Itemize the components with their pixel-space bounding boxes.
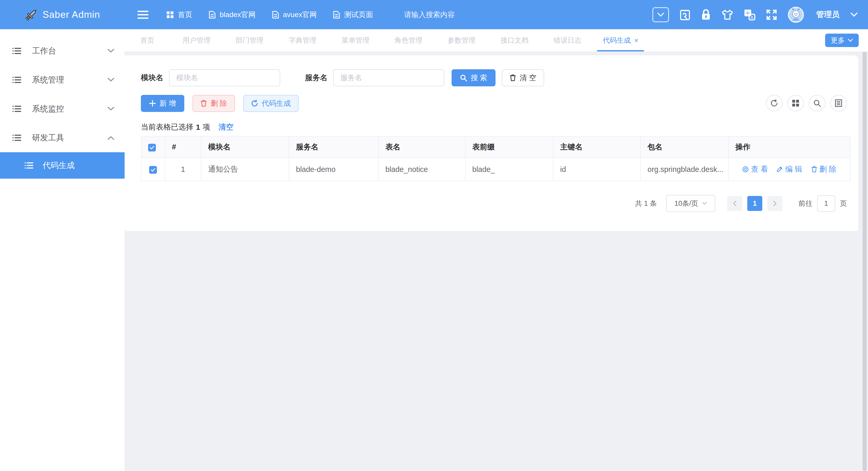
tab-api-docs[interactable]: 接口文档 (488, 29, 541, 52)
menu-list-icon (12, 134, 21, 142)
grid-view-button[interactable] (787, 95, 804, 112)
search-button[interactable]: 搜 索 (452, 69, 496, 86)
total-count: 共 1 条 (635, 199, 657, 208)
global-search-input[interactable] (404, 10, 513, 19)
header-nav-avuex[interactable]: avuex官网 (272, 10, 317, 20)
user-menu-chevron-icon[interactable] (850, 12, 858, 17)
col-package: 包名 (641, 136, 728, 158)
page-number-button[interactable]: 1 (747, 196, 762, 211)
edit-link[interactable]: 编 辑 (777, 164, 802, 175)
fullscreen-button[interactable] (766, 9, 777, 20)
user-avatar[interactable] (788, 7, 804, 23)
sidebar-item-dev-tools[interactable]: 研发工具 (0, 123, 125, 152)
sidebar-collapse-button[interactable] (137, 10, 148, 19)
theme-button[interactable] (722, 9, 733, 20)
cell-service: blade-demo (289, 158, 378, 181)
chevron-right-icon (773, 200, 777, 206)
codegen-table: # 模块名 服务名 表名 表前缀 主键名 包名 操作 (141, 136, 850, 181)
menu-list-icon (25, 162, 33, 169)
tab-role-mgmt[interactable]: 角色管理 (382, 29, 435, 52)
selection-count: 1 (196, 123, 200, 132)
goto-page-input[interactable] (817, 195, 835, 212)
language-button[interactable]: 中A (744, 9, 755, 21)
col-pk: 主键名 (553, 136, 641, 158)
prev-page-button[interactable] (727, 196, 742, 211)
tab-error-log[interactable]: 错误日志 (541, 29, 594, 52)
menu-list-icon (12, 105, 21, 113)
sidebar-item-code-generation[interactable]: 代码生成 (0, 152, 125, 179)
cell-index: 1 (165, 158, 201, 181)
header-nav-bladex[interactable]: bladex官网 (209, 10, 256, 20)
clear-button[interactable]: 清 空 (502, 69, 544, 86)
tab-param-mgmt[interactable]: 参数管理 (435, 29, 488, 52)
tab-home[interactable]: 首页 (125, 29, 170, 52)
module-filter-label: 模块名 (141, 73, 163, 83)
table-toolbar (766, 95, 847, 112)
cell-prefix: blade_ (465, 158, 553, 181)
trash-icon (811, 166, 817, 173)
column-list-icon (835, 99, 842, 107)
cell-module: 通知公告 (201, 158, 289, 181)
col-service: 服务名 (289, 136, 378, 158)
delete-button[interactable]: 删 除 (193, 95, 235, 112)
filter-row: 模块名 服务名 搜 索 (141, 69, 544, 86)
clear-selection-link[interactable]: 清空 (218, 122, 234, 132)
add-button[interactable]: 新 增 (141, 95, 184, 112)
chevron-down-icon (107, 78, 114, 82)
view-link[interactable]: 查 看 (742, 164, 768, 175)
row-actions: 查 看 编 辑 (735, 164, 843, 175)
pagination: 共 1 条 10条/页 1 (635, 195, 847, 212)
top-header: Saber Admin 首页 bladex官网 (0, 0, 868, 29)
tag-collapse-button[interactable] (652, 7, 669, 22)
tab-dict-mgmt[interactable]: 字典管理 (276, 29, 329, 52)
select-all-checkbox[interactable] (148, 144, 156, 152)
col-table: 表名 (378, 136, 465, 158)
column-settings-button[interactable] (830, 95, 847, 112)
code-generate-button[interactable]: 代码生成 (243, 95, 299, 112)
table-row: 1 通知公告 blade-demo blade_notice blade_ id… (141, 158, 850, 181)
pencil-icon (777, 166, 783, 173)
search-icon (813, 99, 821, 107)
service-filter-input[interactable] (333, 69, 444, 86)
next-page-button[interactable] (768, 196, 782, 211)
delete-link[interactable]: 删 除 (811, 164, 836, 175)
chevron-down-icon (107, 107, 114, 111)
fullscreen-icon (766, 9, 777, 20)
header-nav-testpage[interactable]: 测试页面 (333, 10, 373, 20)
app-logo: Saber Admin (0, 0, 125, 29)
trash-icon (509, 74, 516, 82)
refresh-table-button[interactable] (766, 95, 782, 112)
row-checkbox[interactable] (149, 166, 157, 174)
plus-icon (149, 100, 156, 107)
username[interactable]: 管理员 (816, 9, 840, 20)
tab-bar: 首页 用户管理 部门管理 字典管理 菜单管理 角色管理 参数管理 接口文档 错误… (125, 29, 868, 52)
sidebar-item-workbench[interactable]: 工作台 (0, 36, 125, 65)
tab-close-icon[interactable]: × (634, 36, 638, 44)
sidebar: 工作台 系统管理 系统监控 (0, 29, 125, 471)
lock-button[interactable] (701, 9, 711, 21)
header-nav-home[interactable]: 首页 (166, 10, 192, 20)
tab-user-mgmt[interactable]: 用户管理 (170, 29, 223, 52)
app-title: Saber Admin (43, 9, 100, 20)
more-tabs-button[interactable]: 更多 (825, 34, 859, 47)
sidebar-item-system-monitor[interactable]: 系统监控 (0, 94, 125, 123)
content-area: 模块名 服务名 搜 索 (125, 52, 868, 471)
col-prefix: 表前缀 (465, 136, 553, 158)
tab-menu-mgmt[interactable]: 菜单管理 (329, 29, 382, 52)
page-size-select[interactable]: 10条/页 (666, 195, 715, 212)
menu-list-icon (12, 47, 21, 55)
search-toggle-button[interactable] (809, 95, 825, 112)
tab-code-generation[interactable]: 代码生成 × (594, 29, 647, 52)
col-operation: 操作 (728, 136, 850, 158)
tab-dept-mgmt[interactable]: 部门管理 (223, 29, 276, 52)
clipboard-wrench-icon (680, 9, 690, 21)
main-area: 首页 用户管理 部门管理 字典管理 菜单管理 角色管理 参数管理 接口文档 错误… (125, 29, 868, 471)
module-filter-input[interactable] (169, 69, 280, 86)
sidebar-item-system-mgmt[interactable]: 系统管理 (0, 65, 125, 94)
debug-tool-button[interactable] (680, 9, 690, 21)
vertical-scrollbar[interactable] (863, 52, 867, 471)
page-suffix-label: 页 (840, 199, 847, 208)
eye-icon (742, 166, 749, 173)
chevron-down-icon (702, 202, 707, 205)
sword-logo-icon (25, 8, 38, 22)
